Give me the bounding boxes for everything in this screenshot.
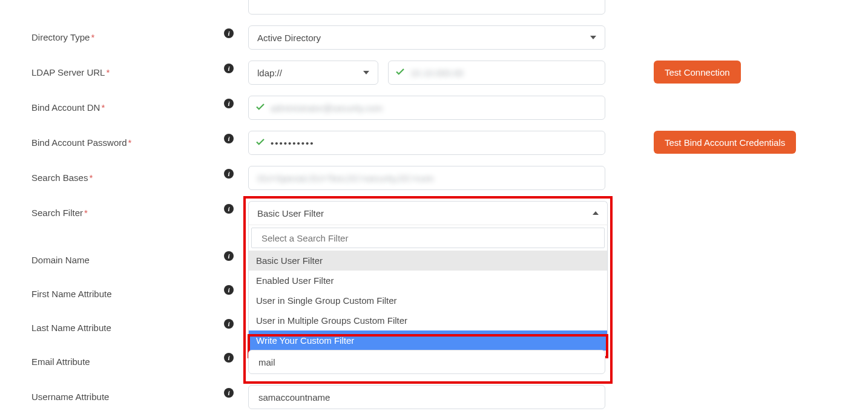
search-filter-search-input[interactable] [251,228,605,248]
test-bind-button[interactable]: Test Bind Account Credentials [654,131,796,154]
info-icon[interactable]: i [224,388,234,398]
info-icon[interactable]: i [224,285,234,295]
info-icon[interactable]: i [224,353,234,363]
directory-type-select[interactable]: Active Directory [248,25,605,50]
domain-name-label: Domain Name [31,255,90,265]
info-icon[interactable]: i [224,204,234,214]
required-asterisk: * [106,67,110,77]
check-icon [395,67,406,79]
chevron-down-icon [590,36,596,39]
ldap-host-input[interactable]: 10.10.000.00 [388,61,605,85]
search-filter-panel: Basic User Filter Enabled User Filter Us… [248,225,608,351]
search-filter-search[interactable] [260,232,596,244]
required-asterisk: * [128,137,132,148]
directory-type-label: Directory Type [31,32,90,42]
required-asterisk: * [84,208,88,218]
search-bases-input[interactable]: OU=Special,OU=Test,DC=security,DC=com [248,166,605,190]
required-asterisk: * [89,172,93,183]
bind-dn-value: administrator@security.com [271,103,383,113]
check-icon [255,102,266,114]
check-icon [255,137,266,150]
ldap-scheme-value: ldap:// [257,68,282,78]
ldap-host-value: 10.10.000.00 [410,68,464,78]
ldap-scheme-select[interactable]: ldap:// [248,61,378,85]
info-icon[interactable]: i [224,169,234,179]
search-bases-value: OU=Special,OU=Test,DC=security,DC=com [257,173,433,183]
search-filter-option[interactable]: Enabled User Filter [249,271,607,291]
search-filter-option[interactable]: User in Multiple Groups Custom Filter [249,310,607,330]
ldap-url-label: LDAP Server URL [31,67,105,77]
info-icon[interactable]: i [224,251,234,261]
search-filter-option[interactable]: Write Your Custom Filter [249,330,607,350]
email-attr-value[interactable] [257,356,596,368]
email-attr-input[interactable] [248,350,605,374]
info-icon[interactable]: i [224,319,234,329]
bind-dn-input[interactable]: administrator@security.com [248,96,605,120]
first-name-attr-label: First Name Attribute [31,289,112,299]
unknown-top-input[interactable] [248,0,605,15]
chevron-up-icon [593,211,599,215]
search-filter-option[interactable]: Basic User Filter [249,251,607,271]
search-bases-label: Search Bases [31,172,88,183]
info-icon[interactable]: i [224,64,234,73]
directory-type-value: Active Directory [257,33,321,43]
info-icon[interactable]: i [224,28,234,38]
last-name-attr-label: Last Name Attribute [31,323,111,333]
search-filter-selected: Basic User Filter [257,208,324,218]
required-asterisk: * [91,32,94,42]
search-filter-combobox[interactable]: Basic User Filter [248,201,608,225]
info-icon[interactable]: i [224,99,234,108]
chevron-down-icon [363,71,369,74]
bind-pw-value: •••••••••• [271,138,315,148]
username-attr-label: Username Attribute [31,392,109,402]
bind-pw-input[interactable]: •••••••••• [248,131,605,155]
required-asterisk: * [101,102,105,113]
bind-pw-label: Bind Account Password [31,137,127,148]
search-filter-option[interactable]: User in Single Group Custom Filter [249,291,607,310]
test-connection-button[interactable]: Test Connection [654,61,741,84]
email-attr-label: Email Attribute [31,356,90,367]
username-attr-input[interactable] [248,385,605,409]
bind-dn-label: Bind Account DN [31,102,100,113]
info-icon[interactable]: i [224,134,234,143]
search-filter-dropdown[interactable]: Basic User Filter Basic User Filter Enab… [248,201,608,351]
username-attr-value[interactable] [257,392,596,403]
search-filter-label: Search Filter [31,208,83,218]
